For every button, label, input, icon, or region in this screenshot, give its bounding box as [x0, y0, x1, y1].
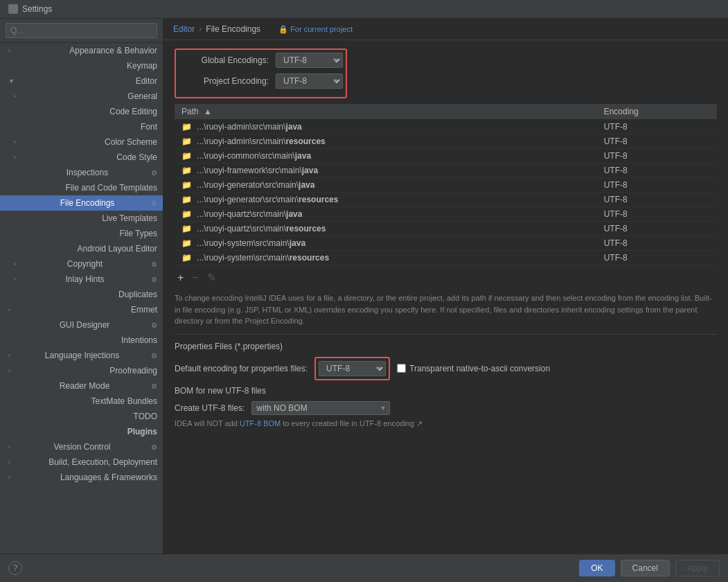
- table-row[interactable]: 📁 ...\ruoyi-generator\src\main\java UTF-…: [175, 178, 717, 193]
- sidebar-item-version-control[interactable]: ›Version Control⚙: [0, 439, 163, 455]
- table-row[interactable]: 📁 ...\ruoyi-system\src\main\resources UT…: [175, 251, 717, 265]
- chevron-icon: ›: [8, 367, 10, 374]
- bom-section-title: BOM for new UTF-8 files: [175, 386, 717, 396]
- bom-link[interactable]: UTF-8 BOM: [240, 419, 281, 427]
- sidebar-item-file-types[interactable]: File Types: [0, 226, 163, 241]
- table-row[interactable]: 📁 ...\ruoyi-admin\src\main\java UTF-8: [175, 120, 717, 134]
- sidebar-item-android-layout[interactable]: Android Layout Editor: [0, 241, 163, 256]
- sidebar: ›Appearance & BehaviorKeymap▼Editor›Gene…: [0, 19, 163, 554]
- ok-button[interactable]: OK: [579, 560, 614, 576]
- path-cell: 📁 ...\ruoyi-generator\src\main\resources: [175, 193, 597, 207]
- remove-path-button[interactable]: −: [189, 270, 201, 285]
- project-link[interactable]: 🔒 For current project: [278, 25, 353, 34]
- sidebar-item-code-editing[interactable]: Code Editing: [0, 104, 163, 119]
- encoding-cell: UTF-8: [597, 178, 717, 193]
- sidebar-label: Editor: [136, 76, 157, 86]
- sidebar-item-emmet[interactable]: ›Emmet: [0, 302, 163, 317]
- sidebar-item-reader-mode[interactable]: Reader Mode⚙: [0, 378, 163, 394]
- config-icon: ⚙: [151, 276, 157, 283]
- sidebar-item-language-injections[interactable]: ›Language Injections⚙: [0, 348, 163, 363]
- sidebar-item-languages-frameworks[interactable]: ›Languages & Frameworks: [0, 470, 163, 485]
- sidebar-item-color-scheme[interactable]: ›Color Scheme: [0, 134, 163, 150]
- table-row[interactable]: 📁 ...\ruoyi-admin\src\main\resources UTF…: [175, 134, 717, 149]
- project-encoding-select[interactable]: UTF-8 ISO-8859-1 UTF-16 US-ASCII: [276, 73, 343, 89]
- sidebar-item-copyright[interactable]: ›Copyright⚙: [0, 256, 163, 272]
- table-row[interactable]: 📁 ...\ruoyi-generator\src\main\resources…: [175, 193, 717, 207]
- transparent-conversion-row[interactable]: Transparent native-to-ascii conversion: [397, 364, 550, 373]
- properties-encoding-select[interactable]: UTF-8 ISO-8859-1 UTF-16 US-ASCII: [319, 361, 386, 376]
- title-bar: Settings: [0, 0, 728, 19]
- encoding-cell: UTF-8: [597, 193, 717, 207]
- path-column-header[interactable]: Path ▲: [175, 104, 597, 120]
- sidebar-item-build-exec-deploy[interactable]: ›Build, Execution, Deployment: [0, 455, 163, 470]
- sidebar-item-duplicates[interactable]: Duplicates: [0, 287, 163, 302]
- sidebar-label: Intentions: [121, 335, 157, 345]
- table-row[interactable]: 📁 ...\ruoyi-common\src\main\java UTF-8: [175, 149, 717, 164]
- sidebar-item-file-code-templates[interactable]: File and Code Templates: [0, 180, 163, 195]
- bom-select[interactable]: with NO BOM with BOM with BOM (ask on cr…: [251, 401, 390, 415]
- sidebar-item-inspections[interactable]: Inspections⚙: [0, 165, 163, 180]
- table-row[interactable]: 📁 ...\ruoyi-quartz\src\main\java UTF-8: [175, 207, 717, 222]
- sidebar-item-textmate-bundles[interactable]: TextMate Bundles: [0, 394, 163, 409]
- sidebar-item-todo[interactable]: TODO: [0, 409, 163, 424]
- breadcrumb-current: File Encodings: [206, 24, 260, 34]
- global-encoding-wrapper[interactable]: UTF-8 ISO-8859-1 UTF-16 US-ASCII: [276, 53, 343, 68]
- chevron-icon: ▼: [8, 78, 15, 85]
- sidebar-item-inlay-hints[interactable]: ›Inlay Hints⚙: [0, 272, 163, 287]
- global-encoding-label: Global Encodings:: [179, 55, 269, 65]
- chevron-icon: ›: [14, 154, 16, 161]
- config-icon: ⚙: [151, 261, 157, 268]
- properties-encoding-wrapper[interactable]: UTF-8 ISO-8859-1 UTF-16 US-ASCII: [319, 361, 386, 376]
- sidebar-item-intentions[interactable]: Intentions: [0, 333, 163, 348]
- sidebar-item-code-style[interactable]: ›Code Style: [0, 150, 163, 165]
- project-encoding-wrapper[interactable]: UTF-8 ISO-8859-1 UTF-16 US-ASCII: [276, 73, 343, 89]
- search-input[interactable]: [6, 23, 157, 38]
- config-icon: ⚙: [151, 321, 157, 329]
- project-encoding-row: Project Encoding: UTF-8 ISO-8859-1 UTF-1…: [179, 73, 343, 89]
- sidebar-item-file-encodings[interactable]: File Encodings⚙: [0, 195, 163, 211]
- sidebar-label: Font: [141, 122, 157, 132]
- cancel-button[interactable]: Cancel: [621, 560, 670, 576]
- path-cell: 📁 ...\ruoyi-system\src\main\resources: [175, 251, 597, 265]
- edit-path-button[interactable]: ✎: [204, 270, 219, 285]
- folder-icon: 📁: [181, 195, 192, 204]
- create-utf8-row: Create UTF-8 files: with NO BOM with BOM…: [175, 401, 717, 415]
- path-cell: 📁 ...\ruoyi-generator\src\main\java: [175, 178, 597, 193]
- encoding-cell: UTF-8: [597, 120, 717, 134]
- sidebar-label: Inspections: [66, 168, 109, 177]
- add-path-button[interactable]: +: [175, 270, 186, 285]
- path-cell: 📁 ...\ruoyi-quartz\src\main\java: [175, 207, 597, 222]
- sidebar-item-appearance[interactable]: ›Appearance & Behavior: [0, 43, 163, 58]
- global-encoding-select[interactable]: UTF-8 ISO-8859-1 UTF-16 US-ASCII: [276, 53, 343, 68]
- sidebar-item-general[interactable]: ›General: [0, 89, 163, 104]
- bom-select-wrapper[interactable]: with NO BOM with BOM with BOM (ask on cr…: [251, 401, 390, 415]
- config-icon: ⚙: [151, 169, 157, 177]
- help-button[interactable]: ?: [8, 561, 22, 575]
- sidebar-item-gui-designer[interactable]: GUI Designer⚙: [0, 317, 163, 333]
- encoding-column-header[interactable]: Encoding: [597, 104, 717, 120]
- sidebar-label: File Encodings: [60, 198, 115, 208]
- sidebar-item-plugins[interactable]: Plugins: [0, 424, 163, 439]
- sidebar-item-font[interactable]: Font: [0, 119, 163, 134]
- sidebar-label: Appearance & Behavior: [69, 46, 157, 55]
- content-panel: Editor › File Encodings 🔒 For current pr…: [163, 19, 728, 554]
- folder-icon: 📁: [181, 209, 192, 219]
- sidebar-label: File Types: [120, 229, 157, 238]
- encoding-highlight-box: Global Encodings: UTF-8 ISO-8859-1 UTF-1…: [175, 48, 347, 98]
- encoding-cell: UTF-8: [597, 164, 717, 178]
- chevron-icon: ›: [8, 443, 10, 450]
- sidebar-label: Languages & Frameworks: [60, 473, 157, 482]
- transparent-conversion-checkbox[interactable]: [397, 364, 406, 373]
- sidebar-item-keymap[interactable]: Keymap: [0, 58, 163, 73]
- breadcrumb-editor[interactable]: Editor: [173, 24, 195, 34]
- table-row[interactable]: 📁 ...\ruoyi-system\src\main\java UTF-8: [175, 236, 717, 251]
- search-box[interactable]: [0, 19, 163, 43]
- apply-button[interactable]: Apply: [675, 560, 720, 576]
- sidebar-item-editor[interactable]: ▼Editor: [0, 73, 163, 89]
- config-icon: ⚙: [151, 382, 157, 390]
- table-row[interactable]: 📁 ...\ruoyi-quartz\src\main\resources UT…: [175, 222, 717, 236]
- sidebar-item-live-templates[interactable]: Live Templates: [0, 211, 163, 226]
- table-row[interactable]: 📁 ...\ruoyi-framework\src\main\java UTF-…: [175, 164, 717, 178]
- sidebar-label: Emmet: [131, 305, 157, 315]
- sidebar-item-proofreading[interactable]: ›Proofreading: [0, 363, 163, 378]
